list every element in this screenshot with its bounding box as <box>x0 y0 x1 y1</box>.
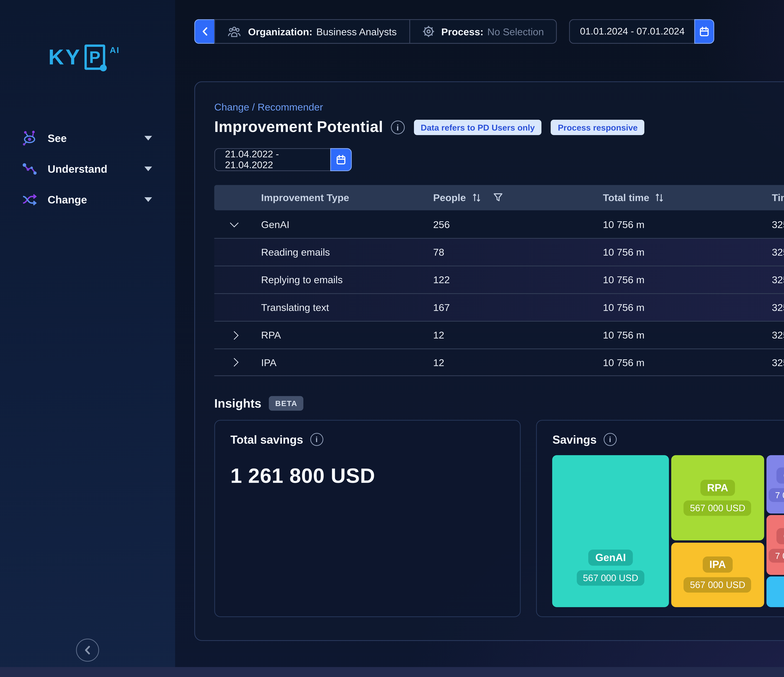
see-icon <box>22 130 39 147</box>
total-time-cell: 10 756 m <box>603 302 772 313</box>
treemap-value: 567 000 USD <box>577 570 644 585</box>
savings-card: Savings i GenAI 567 000 USD RPA 567 000 … <box>536 420 784 617</box>
sidebar-item-label: See <box>48 132 67 144</box>
global-date-range: 01.01.2024 - 07.01.2024 <box>569 19 714 44</box>
calendar-button[interactable] <box>695 19 714 44</box>
kyp-ai-logo[interactable]: KY P AI <box>48 45 120 71</box>
process-selector[interactable]: Process: No Selection <box>410 20 556 43</box>
treemap-block-small-blue[interactable] <box>767 576 784 607</box>
logo-p-box: P <box>84 45 105 70</box>
total-time-cell: 10 756 m <box>603 357 772 368</box>
people-cell: 12 <box>433 357 603 368</box>
table-row-ipa[interactable]: IPA 12 10 756 m 3256 m 568 000 USD <box>214 349 784 376</box>
info-icon[interactable]: i <box>391 120 404 134</box>
people-cell: 12 <box>433 329 603 341</box>
table-row-translating-text: Translating text 167 10 756 m 3256 m 568… <box>214 293 784 321</box>
treemap-label: IPA <box>703 557 733 573</box>
panel-title-row: Improvement Potential i Data refers to P… <box>214 118 784 136</box>
panel-calendar-button[interactable] <box>330 148 352 171</box>
improvement-potential-panel: Change / Recommender Improvement Potenti… <box>194 81 784 641</box>
column-ai-time: Time with AI assistant <box>772 192 784 203</box>
sort-icon[interactable] <box>472 193 481 203</box>
sidebar-item-see[interactable]: See <box>0 123 175 154</box>
treemap-label: Other <box>776 467 784 483</box>
people-icon <box>227 26 241 37</box>
page-title: Improvement Potential <box>214 118 383 136</box>
people-cell: 167 <box>433 302 603 313</box>
date-range-input[interactable]: 01.01.2024 - 07.01.2024 <box>569 19 695 44</box>
breadcrumb[interactable]: Change / Recommender <box>214 101 784 113</box>
treemap-value: 7 000 USD <box>769 488 784 502</box>
treemap-block-other-red[interactable]: Other 7 000 USD <box>767 516 784 575</box>
change-icon <box>22 191 39 208</box>
footer-strip <box>0 667 784 677</box>
sort-icon[interactable] <box>655 193 664 203</box>
treemap-label: RPA <box>700 480 735 496</box>
calendar-icon <box>336 154 346 165</box>
treemap-block-rpa[interactable]: RPA 567 000 USD <box>671 455 764 541</box>
sidebar-item-label: Understand <box>48 163 107 175</box>
improvement-table: Improvement Type People Total time <box>214 185 784 376</box>
sidebar-item-change[interactable]: Change <box>0 184 175 215</box>
people-cell: 256 <box>433 218 603 230</box>
treemap-value: 7 000 USD <box>769 548 784 562</box>
insights-header: Insights BETA <box>214 396 784 411</box>
table-row-genai[interactable]: GenAI 256 10 756 m 3256 m 568 000 USD <box>214 210 784 238</box>
improvement-type-cell: IPA <box>254 357 433 368</box>
pd-users-badge: Data refers to PD Users only <box>414 120 542 135</box>
chevron-down-icon <box>145 166 152 171</box>
sidebar-item-understand[interactable]: Understand <box>0 154 175 184</box>
chevron-down-icon <box>145 136 152 140</box>
organization-label: Organization: <box>248 26 312 37</box>
total-savings-card: Total savings i 1 261 800 USD <box>214 420 521 617</box>
process-value: No Selection <box>487 26 544 37</box>
sidebar-collapse-button[interactable] <box>76 638 99 661</box>
people-cell: 78 <box>433 246 603 258</box>
total-time-cell: 10 756 m <box>603 274 772 286</box>
sidebar-menu: See Understand <box>0 123 175 215</box>
improvement-type-cell: RPA <box>254 329 433 341</box>
table-header: Improvement Type People Total time <box>214 185 784 210</box>
chevron-down-icon <box>145 197 152 202</box>
expand-toggle[interactable] <box>214 221 254 227</box>
table-row-reading-emails: Reading emails 78 10 756 m 3256 m 568 00… <box>214 238 784 266</box>
back-button[interactable] <box>194 19 214 44</box>
understand-icon <box>22 160 39 177</box>
savings-title: Savings <box>552 433 597 446</box>
treemap-block-other-purple[interactable]: Other 7 000 USD <box>767 455 784 514</box>
chevron-right-icon <box>230 331 238 339</box>
column-total-time: Total time <box>603 192 649 203</box>
panel-date-range: 21.04.2022 - 21.04.2022 <box>214 148 784 171</box>
total-time-cell: 10 756 m <box>603 218 772 230</box>
ai-time-cell: 3256 m <box>772 246 784 258</box>
info-icon[interactable]: i <box>310 433 323 446</box>
insights-title: Insights <box>214 396 261 410</box>
info-icon[interactable]: i <box>604 433 616 446</box>
chevron-left-icon <box>201 27 208 36</box>
panel-date-input[interactable]: 21.04.2022 - 21.04.2022 <box>214 148 330 171</box>
treemap-block-genai[interactable]: GenAI 567 000 USD <box>552 455 669 607</box>
improvement-type-cell: Reading emails <box>254 246 433 258</box>
process-label: Process: <box>441 26 484 37</box>
treemap-block-ipa[interactable]: IPA 567 000 USD <box>671 542 764 607</box>
organization-selector[interactable]: Organization: Business Analysts <box>215 20 409 43</box>
improvement-type-cell: Translating text <box>254 302 433 313</box>
logo-text-ky: KY <box>48 45 81 71</box>
filter-icon[interactable] <box>493 193 503 203</box>
ai-time-cell: 3256 m <box>772 218 784 230</box>
chevron-left-icon <box>83 645 92 655</box>
expand-toggle[interactable] <box>214 332 254 338</box>
gear-icon <box>422 25 434 37</box>
organization-value: Business Analysts <box>316 26 397 37</box>
chevron-right-icon <box>230 358 238 366</box>
expand-toggle[interactable] <box>214 359 254 365</box>
table-row-replying-emails: Replying to emails 122 10 756 m 3256 m 5… <box>214 266 784 293</box>
ai-time-cell: 3256 m <box>772 274 784 286</box>
ai-time-cell: 3256 m <box>772 329 784 341</box>
chevron-down-icon <box>230 219 238 227</box>
column-improvement-type: Improvement Type <box>214 192 433 203</box>
table-row-rpa[interactable]: RPA 12 10 756 m 3256 m 568 000 USD <box>214 321 784 348</box>
improvement-type-cell: GenAI <box>254 218 433 230</box>
sidebar-item-label: Change <box>48 193 87 206</box>
ai-time-cell: 3256 m <box>772 357 784 368</box>
